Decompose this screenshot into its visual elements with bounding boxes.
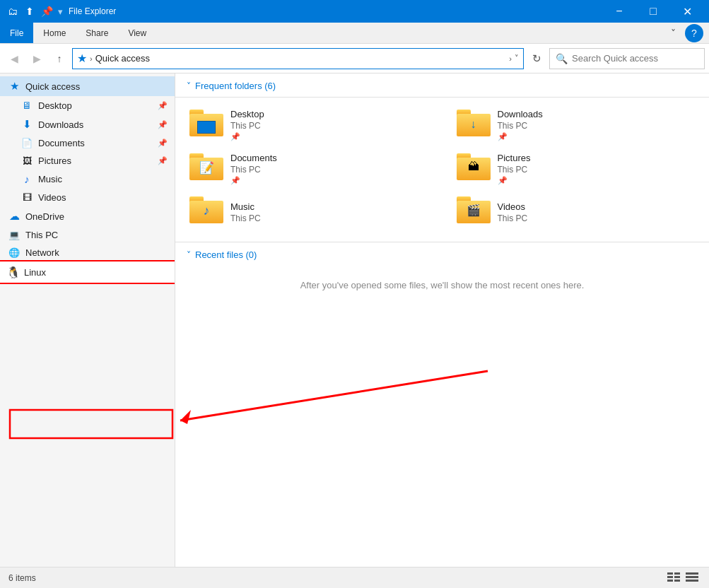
linux-icon: 🐧 [7, 265, 20, 279]
quick-access-icon: ★ [7, 80, 21, 93]
sidebar-item-network[interactable]: 🌐 Network [0, 244, 175, 261]
music-folder-info: Music This PC [230, 201, 261, 223]
downloads-icon: ⬇ [20, 118, 34, 131]
recent-section-title: Recent files (0) [195, 249, 257, 260]
tab-home[interactable]: Home [33, 23, 76, 43]
search-input[interactable] [572, 53, 698, 64]
content-area: ˅ Frequent folders (6) Desktop This PC [175, 74, 709, 567]
desktop-folder-pin: 📌 [230, 132, 264, 141]
sidebar-label-videos: Videos [38, 192, 168, 203]
address-chevron-icon: › [90, 54, 93, 63]
pictures-folder-name: Pictures [498, 153, 531, 163]
forward-button[interactable]: ▶ [27, 49, 47, 69]
sidebar-item-videos[interactable]: 🎞 Videos [0, 189, 175, 206]
up-button[interactable]: ↑ [49, 49, 69, 69]
desktop-folder-name: Desktop [230, 109, 264, 119]
network-icon: 🌐 [7, 247, 21, 258]
sidebar-label-onedrive: OneDrive [25, 211, 168, 222]
sidebar-label-documents: Documents [38, 138, 153, 148]
menu-bar-right: ˅ ? [664, 23, 709, 43]
sidebar-label-this-pc: This PC [25, 230, 168, 240]
folder-item-downloads[interactable]: ↓ Downloads This PC 📌 [443, 103, 710, 147]
back-button[interactable]: ◀ [4, 49, 24, 69]
this-pc-icon: 💻 [7, 230, 21, 240]
sidebar-item-documents[interactable]: 📄 Documents 📌 [0, 134, 175, 152]
sidebar-item-downloads[interactable]: ⬇ Downloads 📌 [0, 114, 175, 134]
music-folder-sub: This PC [230, 213, 261, 223]
sidebar-item-quick-access[interactable]: ★ Quick access [0, 76, 175, 96]
videos-folder-sub: This PC [498, 213, 528, 223]
frequent-section-header: ˅ Frequent folders (6) [175, 74, 709, 98]
music-icon: ♪ [20, 173, 34, 185]
svg-rect-3 [674, 576, 680, 578]
minimize-button[interactable]: − [603, 0, 635, 23]
sidebar-label-quick-access: Quick access [25, 81, 168, 92]
app-title: File Explorer [69, 6, 599, 16]
pin-icon: 📌 [40, 4, 54, 18]
status-bar: 6 items [0, 567, 709, 588]
folder-item-pictures[interactable]: 🏔 Pictures This PC 📌 [443, 147, 710, 191]
ribbon-collapse-button[interactable]: ˅ [664, 24, 682, 42]
documents-icon: 📄 [20, 138, 34, 148]
folder-item-videos[interactable]: 🎬 Videos This PC [443, 191, 710, 233]
videos-folder-info: Videos This PC [498, 201, 528, 223]
sidebar-item-desktop[interactable]: 🖥 Desktop 📌 [0, 96, 175, 114]
desktop-icon: 🖥 [20, 100, 34, 111]
sidebar-item-this-pc[interactable]: 💻 This PC [0, 226, 175, 244]
sidebar-label-pictures: Pictures [38, 155, 153, 166]
pictures-folder-info: Pictures This PC 📌 [498, 153, 531, 185]
items-count: 6 items [8, 573, 36, 583]
documents-folder-sub: This PC [230, 165, 277, 175]
tab-file[interactable]: File [0, 23, 33, 43]
tab-share[interactable]: Share [76, 23, 118, 43]
sidebar-item-onedrive[interactable]: ☁ OneDrive [0, 206, 175, 226]
tab-view[interactable]: View [118, 23, 156, 43]
address-path[interactable]: Quick access [95, 53, 507, 64]
svg-rect-4 [667, 580, 673, 582]
sidebar-label-desktop: Desktop [38, 100, 153, 111]
refresh-button[interactable]: ↻ [527, 49, 546, 69]
recent-section-header: ˅ Recent files (0) [175, 242, 709, 266]
downloads-folder-sub: This PC [498, 121, 543, 131]
search-icon: 🔍 [556, 53, 568, 64]
list-view-button[interactable] [665, 570, 682, 586]
help-button[interactable]: ? [685, 24, 703, 42]
videos-folder-icon: 🎬 [457, 196, 491, 228]
svg-rect-0 [667, 572, 673, 575]
title-bar-separator: ▾ [58, 6, 63, 17]
folder-item-desktop[interactable]: Desktop This PC 📌 [175, 103, 443, 147]
folder-grid: Desktop This PC 📌 ↓ Downloads [175, 98, 709, 239]
frequent-toggle[interactable]: ˅ [187, 81, 191, 91]
music-folder-icon: ♪ [189, 196, 223, 228]
svg-rect-1 [674, 572, 680, 575]
downloads-folder-icon: ↓ [457, 110, 491, 141]
pictures-folder-sub: This PC [498, 165, 531, 175]
quick-access-icon: ⬆ [23, 4, 37, 18]
pictures-folder-icon: 🏔 [457, 153, 491, 184]
app-icon-folder: 🗂 [6, 4, 20, 18]
sidebar-item-pictures[interactable]: 🖼 Pictures 📌 [0, 152, 175, 170]
restore-button[interactable]: □ [637, 0, 669, 23]
pictures-folder-pin: 📌 [498, 176, 531, 185]
documents-folder-info: Documents This PC 📌 [230, 153, 277, 185]
sidebar: ★ Quick access 🖥 Desktop 📌 ⬇ Downloads 📌… [0, 74, 175, 567]
documents-folder-icon: 📝 [189, 153, 223, 184]
documents-folder-pin: 📌 [230, 176, 277, 185]
title-bar-controls: − □ ✕ [603, 0, 703, 23]
detail-view-button[interactable] [684, 570, 701, 586]
menu-bar: File Home Share View ˅ ? [0, 23, 709, 44]
desktop-folder-sub: This PC [230, 121, 264, 131]
folder-item-documents[interactable]: 📝 Documents This PC 📌 [175, 147, 443, 191]
address-bar: ★ › Quick access › ˅ [72, 48, 524, 69]
close-button[interactable]: ✕ [671, 0, 703, 23]
address-dropdown-button[interactable]: ˅ [515, 54, 519, 63]
sidebar-label-linux: Linux [24, 267, 168, 278]
sidebar-item-music[interactable]: ♪ Music [0, 170, 175, 189]
main-layout: ★ Quick access 🖥 Desktop 📌 ⬇ Downloads 📌… [0, 74, 709, 567]
address-star-icon: ★ [77, 52, 87, 65]
title-bar: 🗂 ⬆ 📌 ▾ File Explorer − □ ✕ [0, 0, 709, 23]
sidebar-item-linux[interactable]: 🐧 Linux [0, 261, 175, 283]
downloads-folder-name: Downloads [498, 109, 543, 119]
recent-toggle[interactable]: ˅ [187, 250, 191, 260]
folder-item-music[interactable]: ♪ Music This PC [175, 191, 443, 233]
